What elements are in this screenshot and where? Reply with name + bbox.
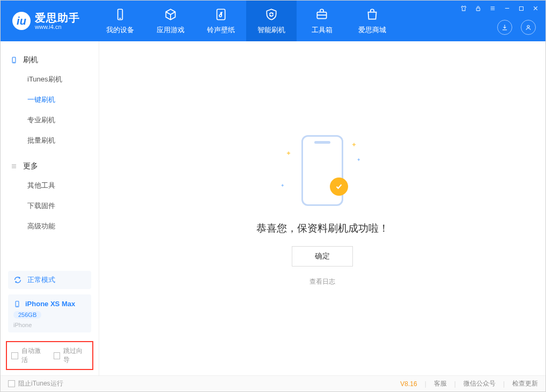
- shirt-icon[interactable]: [460, 5, 467, 12]
- nav-smart-flash[interactable]: 智能刷机: [246, 1, 297, 41]
- sidebar-item-batch-flash[interactable]: 批量刷机: [1, 130, 99, 151]
- nav-label: 应用游戏: [157, 25, 185, 35]
- sidebar-section-more: 更多: [1, 157, 99, 175]
- shopping-bag-icon: [365, 7, 379, 22]
- nav-label: 智能刷机: [257, 25, 285, 35]
- download-button[interactable]: [497, 20, 512, 35]
- phone-icon: [10, 56, 18, 64]
- version-label: V8.16: [400, 380, 417, 388]
- device-panel: 正常模式 iPhone XS Max 256GB iPhone: [1, 265, 99, 338]
- device-icon: [113, 7, 127, 22]
- device-info-row[interactable]: iPhone XS Max 256GB iPhone: [8, 294, 91, 332]
- menu-icon[interactable]: [489, 5, 496, 12]
- sidebar-item-advanced[interactable]: 高级功能: [1, 216, 99, 236]
- device-type: iPhone: [13, 322, 86, 328]
- success-illustration: ✦ ✦ ✦ ✦: [274, 130, 371, 211]
- checkbox-block-itunes[interactable]: 阻止iTunes运行: [8, 379, 63, 388]
- check-badge-icon: [330, 177, 348, 196]
- minimize-icon[interactable]: [504, 5, 511, 12]
- checkbox-icon: [54, 352, 61, 359]
- sidebar-item-pro-flash[interactable]: 专业刷机: [1, 110, 99, 130]
- support-link[interactable]: 客服: [434, 379, 447, 388]
- sidebar-item-itunes-flash[interactable]: iTunes刷机: [1, 69, 99, 90]
- sparkle-icon: ✦: [351, 141, 357, 149]
- device-mode-row[interactable]: 正常模式: [8, 271, 91, 289]
- window-controls: [460, 5, 539, 12]
- main-content: ✦ ✦ ✦ ✦ 恭喜您，保资料刷机成功啦！ 确定 查看日志: [99, 41, 545, 375]
- app-name: 爱思助手: [35, 12, 80, 24]
- close-icon[interactable]: [532, 5, 539, 12]
- svg-rect-4: [476, 8, 480, 11]
- app-logo: iu 爱思助手 www.i4.cn: [12, 12, 80, 30]
- sidebar-item-oneclick-flash[interactable]: 一键刷机: [1, 90, 99, 110]
- wechat-link[interactable]: 微信公众号: [463, 379, 496, 388]
- logo-icon: iu: [12, 12, 31, 30]
- menu-icon: [10, 162, 18, 170]
- ok-button[interactable]: 确定: [292, 246, 353, 267]
- check-update-link[interactable]: 检查更新: [512, 379, 538, 388]
- lock-icon[interactable]: [475, 5, 482, 12]
- nav-label: 我的设备: [106, 25, 134, 35]
- header-bar: iu 爱思助手 www.i4.cn 我的设备 应用游戏 铃声壁纸: [1, 1, 545, 41]
- sidebar-item-download-firmware[interactable]: 下载固件: [1, 196, 99, 216]
- account-button[interactable]: [521, 20, 536, 35]
- nav-store[interactable]: 爱思商城: [347, 1, 397, 41]
- sidebar: 刷机 iTunes刷机 一键刷机 专业刷机 批量刷机 更多 其他工具 下载固件 …: [1, 41, 99, 375]
- main-nav: 我的设备 应用游戏 铃声壁纸 智能刷机 工具箱: [95, 1, 397, 41]
- success-message: 恭喜您，保资料刷机成功啦！: [256, 221, 389, 235]
- mode-label: 正常模式: [27, 275, 55, 285]
- checkbox-highlight-area: 自动激活 跳过向导: [6, 341, 93, 370]
- nav-toolbox[interactable]: 工具箱: [297, 1, 347, 41]
- phone-icon: [13, 300, 21, 308]
- app-domain: www.i4.cn: [35, 24, 80, 30]
- svg-rect-9: [520, 6, 523, 10]
- checkbox-icon: [8, 380, 15, 387]
- nav-ringtones[interactable]: 铃声壁纸: [196, 1, 246, 41]
- checkbox-icon: [11, 352, 18, 359]
- storage-badge: 256GB: [13, 311, 41, 319]
- nav-label: 工具箱: [312, 25, 333, 35]
- music-doc-icon: [214, 7, 228, 22]
- checkbox-skip-wizard[interactable]: 跳过向导: [54, 346, 88, 365]
- toolbox-icon: [315, 7, 329, 22]
- body-area: 刷机 iTunes刷机 一键刷机 专业刷机 批量刷机 更多 其他工具 下载固件 …: [1, 41, 545, 375]
- nav-apps-games[interactable]: 应用游戏: [145, 1, 196, 41]
- header-right-icons: [497, 20, 536, 35]
- sparkle-icon: ✦: [357, 157, 361, 162]
- nav-label: 爱思商城: [358, 25, 386, 35]
- cube-icon: [164, 7, 178, 22]
- checkbox-auto-activate[interactable]: 自动激活: [11, 346, 46, 365]
- status-bar: 阻止iTunes运行 V8.16 | 客服 | 微信公众号 | 检查更新: [1, 375, 545, 391]
- maximize-icon[interactable]: [518, 5, 525, 12]
- sidebar-item-other-tools[interactable]: 其他工具: [1, 175, 99, 196]
- sidebar-section-flash: 刷机: [1, 51, 99, 69]
- sync-icon: [13, 276, 22, 284]
- view-log-link[interactable]: 查看日志: [309, 277, 335, 286]
- svg-point-12: [527, 25, 529, 27]
- nav-my-device[interactable]: 我的设备: [95, 1, 145, 41]
- sparkle-icon: ✦: [286, 150, 291, 157]
- refresh-shield-icon: [264, 7, 278, 22]
- sparkle-icon: ✦: [281, 183, 285, 188]
- nav-label: 铃声壁纸: [207, 25, 235, 35]
